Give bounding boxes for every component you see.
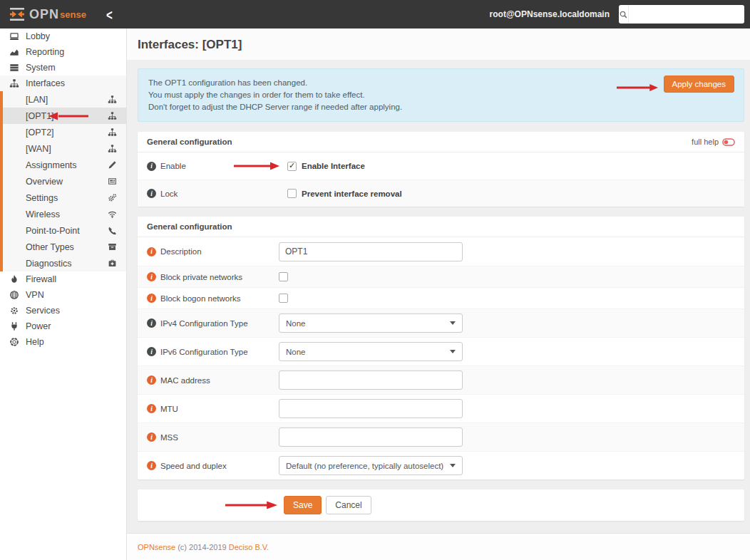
sidebar-item-assignments[interactable]: Assignments	[3, 157, 126, 173]
toggle-off-icon	[722, 138, 735, 146]
enable-interface-checkbox[interactable]	[287, 162, 297, 171]
info-icon[interactable]	[147, 404, 156, 413]
mac-address-input[interactable]	[279, 370, 463, 390]
block-bogon-checkbox[interactable]	[279, 294, 288, 303]
selected-value: None	[286, 348, 306, 356]
sidebar-item-lan[interactable]: [LAN]	[3, 91, 126, 108]
sidebar-item-wireless[interactable]: Wireless	[3, 206, 126, 222]
field-label: Block private networks	[160, 273, 242, 281]
sidebar-item-vpn[interactable]: VPN	[0, 287, 126, 303]
sidebar-item-point-to-point[interactable]: Point-to-Point	[3, 222, 126, 239]
sidebar-item-services[interactable]: Services	[0, 303, 126, 318]
mss-input[interactable]	[279, 427, 463, 447]
save-panel: Save Cancel	[138, 489, 744, 521]
logo-text-opn: OPN	[29, 7, 59, 22]
block-private-checkbox[interactable]	[279, 272, 288, 281]
field-label: Enable	[160, 162, 186, 170]
field-label: Lock	[160, 190, 178, 198]
form-row-mss: MSS	[138, 422, 744, 451]
page-title: Interfaces: [OPT1]	[127, 28, 750, 52]
page-title-bar: Interfaces: [OPT1]	[127, 28, 750, 60]
wifi-icon	[108, 209, 117, 219]
sidebar-item-overview[interactable]: Overview	[3, 173, 126, 190]
globe-icon	[9, 290, 19, 300]
sidebar-item-label: [WAN]	[26, 144, 51, 154]
sidebar-item-other-types[interactable]: Other Types	[3, 239, 126, 255]
caret-down-icon	[450, 321, 456, 325]
sidebar-collapse-chevron-icon[interactable]: <	[106, 6, 113, 22]
sidebar-item-opt1[interactable]: [OPT1]	[3, 108, 126, 124]
form-row-description: Description	[138, 237, 744, 266]
info-icon[interactable]	[147, 247, 156, 256]
phone-icon	[108, 226, 117, 235]
pencil-icon	[108, 160, 117, 170]
sidebar-item-system[interactable]: System	[0, 60, 126, 76]
caret-down-icon	[450, 350, 456, 353]
page-footer: OPNsense (c) 2014-2019 Deciso B.V.	[127, 533, 750, 560]
ipv4-type-select[interactable]: None	[279, 313, 463, 333]
sidebar-item-label: Diagnostics	[26, 259, 72, 269]
sidebar-item-label: Point-to-Point	[26, 226, 80, 236]
sidebar-item-opt2[interactable]: [OPT2]	[3, 124, 126, 140]
logo-text-sense: sense	[60, 9, 86, 20]
info-icon[interactable]	[147, 347, 156, 356]
sidebar-nav: Lobby Reporting System Interfaces [LAN] …	[0, 28, 127, 560]
opnsense-logo[interactable]: OPNsense	[0, 6, 86, 23]
info-icon[interactable]	[147, 318, 156, 328]
ipv6-type-select[interactable]: None	[279, 342, 463, 361]
full-help-toggle[interactable]: full help	[692, 138, 735, 146]
logged-in-user: root@OPNsense.localdomain	[490, 9, 610, 19]
field-label: Speed and duplex	[160, 462, 227, 470]
form-row-ipv4-type: IPv4 Configuration Type None	[138, 308, 744, 337]
save-button[interactable]: Save	[284, 496, 322, 514]
info-icon[interactable]	[147, 432, 156, 442]
info-icon[interactable]	[147, 189, 156, 198]
form-row-block-bogon: Block bogon networks	[138, 287, 744, 308]
sidebar-item-help[interactable]: Help	[0, 334, 126, 350]
search-input[interactable]	[629, 5, 744, 24]
list-icon	[9, 63, 19, 73]
laptop-icon	[9, 31, 19, 41]
form-row-enable: Enable Enable Interface	[138, 152, 744, 180]
config-changed-alert: The OPT1 configuration has been changed.…	[138, 68, 744, 122]
sidebar-item-settings[interactable]: Settings	[3, 190, 126, 206]
sitemap-icon	[108, 95, 117, 104]
area-chart-icon	[9, 47, 19, 57]
alert-line-3: Don't forget to adjust the DHCP Server r…	[148, 101, 734, 113]
sidebar-item-label: Lobby	[26, 31, 50, 41]
sidebar-item-interfaces[interactable]: Interfaces	[0, 76, 126, 91]
sidebar-item-label: Wireless	[26, 209, 60, 219]
selected-value: None	[286, 319, 306, 328]
sitemap-icon	[108, 111, 117, 120]
cancel-button[interactable]: Cancel	[326, 496, 371, 514]
general-configuration-panel-2: General configuration Description Block …	[138, 217, 744, 479]
sidebar-item-label: Interfaces	[26, 78, 65, 88]
general-configuration-panel-1: General configuration full help Enable E…	[138, 132, 744, 207]
description-input[interactable]	[279, 242, 463, 261]
prevent-removal-checkbox[interactable]	[287, 189, 297, 198]
section-title: General configuration	[147, 138, 232, 146]
info-icon[interactable]	[147, 272, 156, 281]
mtu-input[interactable]	[279, 399, 463, 418]
info-icon[interactable]	[147, 461, 156, 470]
form-row-ipv6-type: IPv6 Configuration Type None	[138, 337, 744, 365]
footer-opnsense-link[interactable]: OPNsense	[138, 543, 175, 551]
checkbox-label: Enable Interface	[302, 162, 365, 170]
sidebar-item-label: Other Types	[26, 242, 74, 252]
sidebar-item-power[interactable]: Power	[0, 318, 126, 334]
sidebar-item-lobby[interactable]: Lobby	[0, 28, 126, 44]
section-title: General configuration	[147, 222, 232, 231]
sidebar-item-firewall[interactable]: Firewall	[0, 271, 126, 287]
interfaces-submenu: [LAN] [OPT1] [OPT2] [WAN] Assignments Ov…	[0, 91, 126, 271]
sidebar-item-reporting[interactable]: Reporting	[0, 44, 126, 60]
apply-changes-button[interactable]: Apply changes	[664, 76, 734, 93]
info-icon[interactable]	[147, 294, 156, 303]
info-icon[interactable]	[147, 375, 156, 385]
speed-duplex-select[interactable]: Default (no preference, typically autose…	[279, 456, 463, 475]
top-header: OPNsense < root@OPNsense.localdomain	[0, 0, 750, 28]
footer-deciso-link[interactable]: Deciso B.V.	[229, 543, 269, 551]
field-label: Block bogon networks	[160, 294, 241, 303]
sidebar-item-diagnostics[interactable]: Diagnostics	[3, 255, 126, 271]
info-icon[interactable]	[147, 162, 156, 171]
sidebar-item-wan[interactable]: [WAN]	[3, 140, 126, 157]
